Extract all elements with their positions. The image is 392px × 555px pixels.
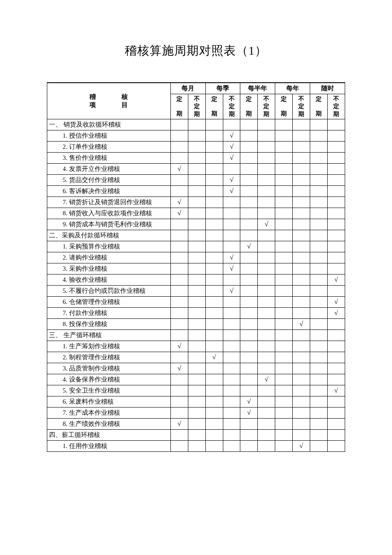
check-cell — [293, 352, 310, 363]
check-cell — [293, 174, 310, 185]
check-cell — [258, 330, 275, 341]
item-label: 6. 仓储管理作业稽核 — [47, 296, 171, 307]
check-cell — [223, 219, 240, 230]
check-cell — [188, 252, 205, 263]
table-row: 一、 销货及收款循环稽核 — [47, 119, 345, 130]
check-icon: √ — [230, 132, 233, 139]
check-icon: √ — [177, 420, 181, 427]
table-row: 8. 投保作业稽核√ — [47, 318, 345, 330]
check-cell — [293, 274, 310, 285]
item-label: 7. 销货折让及销货退回作业稽核 — [47, 197, 171, 208]
check-cell — [310, 241, 328, 252]
check-cell — [223, 429, 240, 440]
check-cell — [205, 440, 223, 451]
check-cell — [310, 185, 328, 197]
check-cell — [240, 296, 258, 307]
check-cell — [310, 330, 328, 341]
check-cell — [240, 185, 258, 197]
check-cell — [205, 429, 223, 440]
check-cell — [170, 141, 188, 152]
check-cell — [293, 429, 310, 440]
check-icon: √ — [177, 198, 181, 205]
check-icon: √ — [247, 398, 251, 405]
item-label: 4. 设备保养作业稽核 — [47, 374, 171, 385]
check-cell — [170, 407, 188, 418]
check-cell — [275, 197, 293, 208]
item-label: 2. 制程管理作业稽核 — [47, 352, 171, 363]
check-cell — [328, 174, 345, 185]
check-cell: √ — [293, 440, 310, 451]
sub-fixed: 定期 — [275, 94, 293, 119]
check-cell — [223, 163, 240, 174]
check-cell — [258, 440, 275, 451]
check-cell — [188, 174, 205, 185]
item-label: 6. 客诉解决作业稽核 — [47, 185, 171, 197]
check-cell — [328, 330, 345, 341]
check-cell — [188, 219, 205, 230]
check-cell — [170, 241, 188, 252]
check-icon: √ — [334, 276, 338, 283]
check-cell — [293, 263, 310, 274]
check-cell — [293, 185, 310, 197]
check-cell — [258, 185, 275, 197]
check-cell — [188, 363, 205, 374]
check-cell — [258, 418, 275, 429]
check-cell — [170, 230, 188, 241]
check-cell — [293, 152, 310, 163]
check-cell — [223, 341, 240, 352]
check-icon: √ — [265, 376, 268, 383]
check-cell: √ — [258, 219, 275, 230]
table-row: 2. 订单作业稽核√ — [47, 141, 345, 152]
table-row: 7. 销货折让及销货退回作业稽核√ — [47, 197, 345, 208]
check-cell — [310, 252, 328, 263]
item-label: 3. 品质管制作业稽核 — [47, 363, 171, 374]
item-label: 三、 生产循环稽核 — [47, 330, 171, 341]
check-cell — [170, 307, 188, 318]
check-cell: √ — [223, 130, 240, 141]
check-cell — [240, 385, 258, 396]
check-cell: √ — [223, 141, 240, 152]
item-label: 1. 任用作业稽核 — [47, 440, 171, 451]
item-label: 1. 采购预算作业稽核 — [47, 241, 171, 252]
check-cell — [223, 352, 240, 363]
check-cell — [275, 152, 293, 163]
check-cell — [258, 429, 275, 440]
check-cell — [188, 119, 205, 130]
check-cell — [310, 374, 328, 385]
check-cell — [293, 119, 310, 130]
check-cell — [188, 307, 205, 318]
check-cell — [205, 330, 223, 341]
check-cell — [275, 263, 293, 274]
check-cell — [205, 407, 223, 418]
check-cell — [328, 230, 345, 241]
check-cell — [240, 352, 258, 363]
table-header: 稽 核 项 目 每月 每季 每半年 每年 随时 定期 不定期 定期 不定期 定期… — [47, 83, 345, 119]
check-icon: √ — [334, 387, 338, 394]
check-cell — [258, 285, 275, 296]
table-row: 四、薪工循环稽核 — [47, 429, 345, 440]
check-cell: √ — [223, 152, 240, 163]
check-cell: √ — [240, 241, 258, 252]
table-row: 5. 货品交付作业稽核√ — [47, 174, 345, 185]
check-cell — [328, 197, 345, 208]
check-cell — [328, 241, 345, 252]
check-cell — [223, 274, 240, 285]
check-cell — [205, 318, 223, 330]
check-icon: √ — [300, 320, 303, 327]
item-label: 7. 生产成本作业稽核 — [47, 407, 171, 418]
check-cell — [310, 274, 328, 285]
check-cell — [240, 174, 258, 185]
check-cell — [310, 363, 328, 374]
check-cell — [275, 163, 293, 174]
check-cell — [293, 363, 310, 374]
check-cell — [293, 296, 310, 307]
check-cell — [188, 385, 205, 396]
check-cell — [258, 252, 275, 263]
check-cell — [275, 119, 293, 130]
check-cell — [240, 285, 258, 296]
item-label: 1. 生产筹划作业稽核 — [47, 341, 171, 352]
check-cell: √ — [170, 208, 188, 219]
check-cell — [293, 307, 310, 318]
check-cell — [275, 374, 293, 385]
check-cell — [240, 330, 258, 341]
